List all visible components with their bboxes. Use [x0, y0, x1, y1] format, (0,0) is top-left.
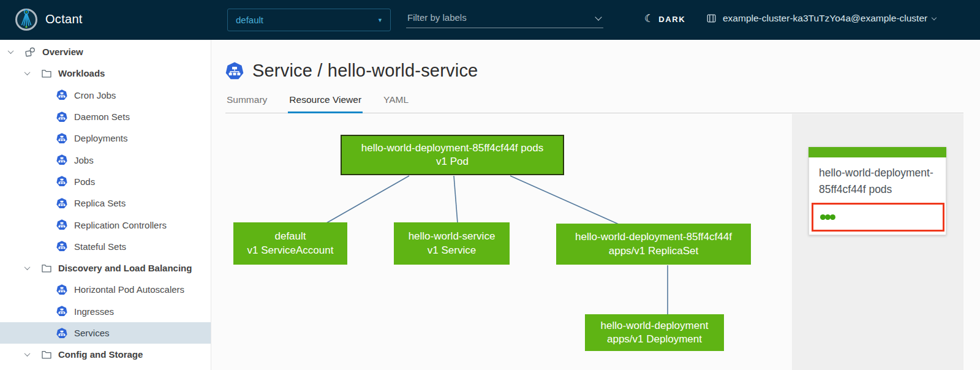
sidebar-item-label: Services — [74, 328, 110, 338]
detail-panel: hello-world-deployment-85ff4cf44f pods — [792, 114, 963, 370]
pod-status-dots — [820, 211, 835, 222]
sidebar-item-label: Overview — [42, 47, 83, 57]
pods-icon — [56, 176, 67, 187]
tab-summary[interactable]: Summary — [225, 93, 268, 113]
namespace-value: default — [228, 15, 377, 25]
namespace-selector[interactable]: default ▼ — [227, 9, 391, 31]
sidebar-item-stateful-sets[interactable]: Stateful Sets — [0, 236, 211, 257]
cluster-context-label: example-cluster-ka3TuTzYo4a@example-clus… — [723, 13, 927, 24]
graph-node-service[interactable]: hello-world-servicev1 Service — [394, 222, 510, 265]
dropdown-arrow-icon: ▼ — [377, 17, 390, 23]
folder-icon — [42, 350, 51, 359]
sidebar-item-label: Daemon Sets — [74, 111, 130, 122]
sidebar-item-discovery-and-load-balancing[interactable]: Discovery and Load Balancing — [0, 257, 211, 279]
sidebar-item-label: Workloads — [58, 68, 105, 78]
expand-chevron-icon[interactable] — [23, 352, 31, 357]
cron-jobs-icon — [56, 89, 67, 100]
cluster-icon — [706, 13, 717, 24]
card-status-bar — [809, 147, 946, 157]
graph-node-label: v1 ServiceAccount — [247, 244, 334, 258]
sidebar-item-overview[interactable]: Overview — [0, 41, 211, 62]
graph-node-label: apps/v1 ReplicaSet — [609, 244, 698, 259]
tab-yaml[interactable]: YAML — [382, 93, 410, 113]
services-icon — [56, 328, 67, 339]
stateful-sets-icon — [56, 241, 67, 252]
sidebar-item-label: Replica Sets — [74, 198, 126, 208]
expand-chevron-icon[interactable] — [23, 266, 31, 270]
label-filter-input[interactable] — [406, 10, 603, 28]
sidebar-item-config-and-storage[interactable]: Config and Storage — [0, 344, 211, 365]
app-title: Octant — [45, 12, 83, 26]
graph-node-serviceaccount[interactable]: defaultv1 ServiceAccount — [233, 222, 347, 265]
sidebar-item-workloads[interactable]: Workloads — [0, 62, 211, 84]
jobs-icon — [56, 154, 67, 165]
tab-bar: SummaryResource ViewerYAML — [225, 93, 410, 113]
pod-status-selection-box[interactable] — [812, 203, 944, 232]
tab-resource-viewer[interactable]: Resource Viewer — [288, 93, 363, 113]
sidebar-item-label: Config and Storage — [58, 349, 143, 360]
page-title: Service / hello-world-service — [252, 61, 478, 81]
expand-chevron-icon[interactable] — [23, 71, 31, 75]
service-icon — [225, 62, 244, 80]
ingresses-icon — [56, 306, 67, 317]
cluster-context[interactable]: example-cluster-ka3TuTzYo4a@example-clus… — [706, 13, 936, 24]
sidebar-item-horizontal-pod-autoscalers[interactable]: Horizontal Pod Autoscalers — [0, 279, 211, 300]
card-body: hello-world-deployment-85ff4cf44f pods — [809, 157, 946, 235]
graph-node-pod[interactable]: hello-world-deployment-85ff4cf44f podsv1… — [341, 135, 564, 175]
sidebar-item-label: Discovery and Load Balancing — [58, 263, 192, 273]
deployments-icon — [56, 133, 67, 144]
sidebar-item-label: Replication Controllers — [74, 220, 167, 230]
context-chevron-icon — [932, 15, 937, 20]
page-title-row: Service / hello-world-service — [225, 61, 478, 81]
sidebar-item-label: Cron Jobs — [74, 90, 116, 100]
replica-sets-icon — [56, 198, 67, 209]
theme-toggle[interactable]: ☾ DARK — [644, 13, 685, 25]
pod-ok-dot-icon — [830, 214, 835, 220]
sidebar-item-label: Jobs — [74, 155, 94, 165]
sidebar-item-services[interactable]: Services — [0, 322, 211, 344]
sidebar-item-label: Ingresses — [74, 306, 114, 317]
card-title: hello-world-deployment-85ff4cf44f pods — [809, 165, 946, 198]
graph-node-label: default — [274, 230, 306, 244]
graph-node-label: hello-world-deployment-85ff4cf44f pods — [361, 142, 543, 156]
sidebar-nav: Overview Workloads Cron Jobs Daemon Sets… — [0, 40, 211, 370]
sidebar-item-label: Deployments — [74, 133, 128, 143]
graph-node-label: v1 Service — [428, 244, 476, 258]
sidebar-item-replication-controllers[interactable]: Replication Controllers — [0, 214, 211, 235]
replication-controllers-icon — [56, 219, 67, 230]
graph-node-label: v1 Pod — [436, 155, 469, 169]
sidebar-item-replica-sets[interactable]: Replica Sets — [0, 192, 211, 214]
graph-node-label: hello-world-service — [409, 230, 496, 244]
sidebar-item-pods[interactable]: Pods — [0, 171, 211, 192]
sidebar-item-label: Horizontal Pod Autoscalers — [74, 284, 184, 295]
sidebar-item-deployments[interactable]: Deployments — [0, 127, 211, 149]
graph-node-replicaset[interactable]: hello-world-deployment-85ff4cf44fapps/v1… — [556, 224, 751, 265]
sidebar-item-label: Stateful Sets — [74, 241, 126, 252]
moon-icon: ☾ — [644, 13, 654, 25]
horizontal-pod-autoscalers-icon — [56, 284, 67, 295]
sidebar-item-ingresses[interactable]: Ingresses — [0, 301, 211, 322]
daemon-sets-icon — [56, 111, 67, 123]
app-header: Octant default ▼ ☾ DARK example-cluster-… — [0, 0, 980, 40]
graph-node-label: apps/v1 Deployment — [607, 333, 702, 347]
theme-toggle-label: DARK — [658, 15, 685, 24]
sidebar-item-daemon-sets[interactable]: Daemon Sets — [0, 106, 211, 127]
sidebar-item-cron-jobs[interactable]: Cron Jobs — [0, 85, 211, 106]
graph-node-label: hello-world-deployment — [601, 319, 709, 333]
resource-card[interactable]: hello-world-deployment-85ff4cf44f pods — [809, 147, 946, 235]
overview-icon — [25, 47, 36, 57]
folder-icon — [42, 69, 51, 78]
folder-icon — [42, 264, 51, 273]
expand-chevron-icon[interactable] — [6, 50, 15, 54]
label-filter — [406, 10, 603, 29]
sidebar-item-jobs[interactable]: Jobs — [0, 149, 211, 170]
octant-logo-icon[interactable] — [13, 7, 39, 35]
graph-node-deployment[interactable]: hello-world-deploymentapps/v1 Deployment — [585, 314, 724, 351]
graph-node-label: hello-world-deployment-85ff4cf44f — [575, 230, 732, 244]
sidebar-item-label: Pods — [74, 176, 95, 187]
